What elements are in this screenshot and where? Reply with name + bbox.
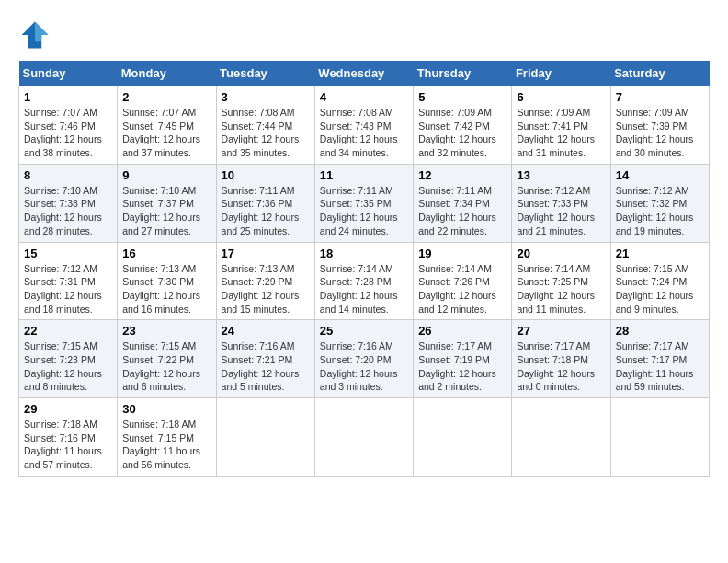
calendar-cell: 17Sunrise: 7:13 AMSunset: 7:29 PMDayligh…	[216, 242, 314, 320]
header-monday: Monday	[118, 61, 216, 86]
calendar-cell: 18Sunrise: 7:14 AMSunset: 7:28 PMDayligh…	[314, 242, 413, 320]
day-number: 4	[320, 90, 408, 104]
day-info: Sunrise: 7:13 AMSunset: 7:29 PMDaylight:…	[222, 262, 310, 316]
day-info: Sunrise: 7:12 AMSunset: 7:33 PMDaylight:…	[517, 184, 605, 238]
day-number: 6	[517, 90, 605, 104]
day-info: Sunrise: 7:18 AMSunset: 7:15 PMDaylight:…	[122, 418, 210, 472]
calendar-cell	[512, 398, 610, 477]
day-number: 24	[222, 324, 310, 338]
calendar-cell: 3Sunrise: 7:08 AMSunset: 7:44 PMDaylight…	[216, 86, 314, 165]
day-number: 26	[418, 324, 506, 338]
calendar-cell: 2Sunrise: 7:07 AMSunset: 7:45 PMDaylight…	[118, 86, 216, 165]
day-number: 25	[320, 324, 408, 338]
day-number: 30	[122, 402, 210, 416]
day-info: Sunrise: 7:11 AMSunset: 7:35 PMDaylight:…	[320, 184, 408, 238]
day-number: 17	[222, 247, 310, 260]
calendar-cell	[314, 398, 413, 477]
calendar-cell: 20Sunrise: 7:14 AMSunset: 7:25 PMDayligh…	[512, 242, 610, 320]
calendar-cell: 5Sunrise: 7:09 AMSunset: 7:42 PMDaylight…	[414, 86, 512, 165]
calendar-cell: 29Sunrise: 7:18 AMSunset: 7:16 PMDayligh…	[19, 398, 118, 477]
calendar-cell: 11Sunrise: 7:11 AMSunset: 7:35 PMDayligh…	[314, 164, 413, 242]
day-info: Sunrise: 7:17 AMSunset: 7:18 PMDaylight:…	[517, 339, 605, 394]
day-number: 9	[122, 168, 210, 182]
calendar-cell: 24Sunrise: 7:16 AMSunset: 7:21 PMDayligh…	[216, 320, 314, 398]
day-number: 23	[122, 324, 210, 338]
week-row-2: 15Sunrise: 7:12 AMSunset: 7:31 PMDayligh…	[19, 242, 710, 320]
calendar-cell	[414, 398, 512, 477]
day-info: Sunrise: 7:12 AMSunset: 7:31 PMDaylight:…	[24, 262, 112, 316]
day-number: 7	[616, 90, 704, 104]
day-info: Sunrise: 7:14 AMSunset: 7:25 PMDaylight:…	[517, 262, 605, 316]
day-info: Sunrise: 7:07 AMSunset: 7:46 PMDaylight:…	[24, 106, 112, 160]
header-sunday: Sunday	[19, 61, 118, 86]
day-info: Sunrise: 7:16 AMSunset: 7:21 PMDaylight:…	[222, 339, 310, 394]
day-number: 5	[418, 90, 506, 104]
day-number: 2	[122, 90, 210, 104]
calendar-cell: 22Sunrise: 7:15 AMSunset: 7:23 PMDayligh…	[19, 320, 118, 398]
day-info: Sunrise: 7:15 AMSunset: 7:22 PMDaylight:…	[122, 339, 210, 394]
day-number: 22	[24, 324, 112, 338]
day-number: 12	[418, 168, 506, 182]
day-info: Sunrise: 7:17 AMSunset: 7:19 PMDaylight:…	[418, 339, 506, 394]
day-info: Sunrise: 7:15 AMSunset: 7:24 PMDaylight:…	[616, 262, 704, 316]
calendar-cell: 27Sunrise: 7:17 AMSunset: 7:18 PMDayligh…	[512, 320, 610, 398]
day-number: 11	[320, 168, 408, 182]
calendar-cell: 16Sunrise: 7:13 AMSunset: 7:30 PMDayligh…	[118, 242, 216, 320]
day-number: 18	[320, 247, 408, 260]
day-number: 21	[616, 247, 704, 260]
week-row-0: 1Sunrise: 7:07 AMSunset: 7:46 PMDaylight…	[19, 86, 710, 165]
day-number: 27	[517, 324, 605, 338]
calendar-cell	[610, 398, 709, 477]
calendar-cell: 15Sunrise: 7:12 AMSunset: 7:31 PMDayligh…	[19, 242, 118, 320]
day-number: 15	[24, 247, 112, 260]
day-info: Sunrise: 7:13 AMSunset: 7:30 PMDaylight:…	[122, 262, 210, 316]
day-number: 8	[24, 168, 112, 182]
day-info: Sunrise: 7:14 AMSunset: 7:26 PMDaylight:…	[418, 262, 506, 316]
week-row-1: 8Sunrise: 7:10 AMSunset: 7:38 PMDaylight…	[19, 164, 710, 242]
calendar-cell: 4Sunrise: 7:08 AMSunset: 7:43 PMDaylight…	[314, 86, 413, 165]
calendar-cell: 21Sunrise: 7:15 AMSunset: 7:24 PMDayligh…	[610, 242, 709, 320]
calendar-cell: 19Sunrise: 7:14 AMSunset: 7:26 PMDayligh…	[414, 242, 512, 320]
calendar-cell: 9Sunrise: 7:10 AMSunset: 7:37 PMDaylight…	[118, 164, 216, 242]
header-wednesday: Wednesday	[314, 61, 413, 86]
header-tuesday: Tuesday	[216, 61, 314, 86]
day-info: Sunrise: 7:10 AMSunset: 7:37 PMDaylight:…	[122, 184, 210, 238]
week-row-3: 22Sunrise: 7:15 AMSunset: 7:23 PMDayligh…	[19, 320, 710, 398]
calendar-cell: 6Sunrise: 7:09 AMSunset: 7:41 PMDaylight…	[512, 86, 610, 165]
calendar-cell: 7Sunrise: 7:09 AMSunset: 7:39 PMDaylight…	[610, 86, 709, 165]
calendar-cell: 28Sunrise: 7:17 AMSunset: 7:17 PMDayligh…	[610, 320, 709, 398]
day-info: Sunrise: 7:09 AMSunset: 7:39 PMDaylight:…	[616, 106, 704, 160]
day-info: Sunrise: 7:09 AMSunset: 7:42 PMDaylight:…	[418, 106, 506, 160]
calendar-table: SundayMondayTuesdayWednesdayThursdayFrid…	[18, 61, 710, 477]
calendar-cell	[216, 398, 314, 477]
svg-marker-1	[35, 22, 48, 42]
page-header	[18, 18, 710, 52]
day-info: Sunrise: 7:14 AMSunset: 7:28 PMDaylight:…	[320, 262, 408, 316]
header-saturday: Saturday	[610, 61, 709, 86]
day-info: Sunrise: 7:17 AMSunset: 7:17 PMDaylight:…	[616, 339, 704, 394]
calendar-cell: 13Sunrise: 7:12 AMSunset: 7:33 PMDayligh…	[512, 164, 610, 242]
day-number: 1	[24, 90, 112, 104]
calendar-cell: 25Sunrise: 7:16 AMSunset: 7:20 PMDayligh…	[314, 320, 413, 398]
day-info: Sunrise: 7:11 AMSunset: 7:36 PMDaylight:…	[222, 184, 310, 238]
day-info: Sunrise: 7:07 AMSunset: 7:45 PMDaylight:…	[122, 106, 210, 160]
day-number: 10	[222, 168, 310, 182]
day-number: 28	[616, 324, 704, 338]
day-info: Sunrise: 7:12 AMSunset: 7:32 PMDaylight:…	[616, 184, 704, 238]
header-friday: Friday	[512, 61, 610, 86]
logo-icon	[18, 18, 51, 52]
calendar-header-row: SundayMondayTuesdayWednesdayThursdayFrid…	[19, 61, 710, 86]
day-number: 3	[222, 90, 310, 104]
calendar-cell: 1Sunrise: 7:07 AMSunset: 7:46 PMDaylight…	[19, 86, 118, 165]
day-number: 20	[517, 247, 605, 260]
day-info: Sunrise: 7:08 AMSunset: 7:43 PMDaylight:…	[320, 106, 408, 160]
day-info: Sunrise: 7:15 AMSunset: 7:23 PMDaylight:…	[24, 339, 112, 394]
day-info: Sunrise: 7:09 AMSunset: 7:41 PMDaylight:…	[517, 106, 605, 160]
day-info: Sunrise: 7:18 AMSunset: 7:16 PMDaylight:…	[24, 418, 112, 472]
calendar-cell: 14Sunrise: 7:12 AMSunset: 7:32 PMDayligh…	[610, 164, 709, 242]
day-number: 13	[517, 168, 605, 182]
day-number: 29	[24, 402, 112, 416]
week-row-4: 29Sunrise: 7:18 AMSunset: 7:16 PMDayligh…	[19, 398, 710, 477]
day-number: 14	[616, 168, 704, 182]
calendar-cell: 26Sunrise: 7:17 AMSunset: 7:19 PMDayligh…	[414, 320, 512, 398]
